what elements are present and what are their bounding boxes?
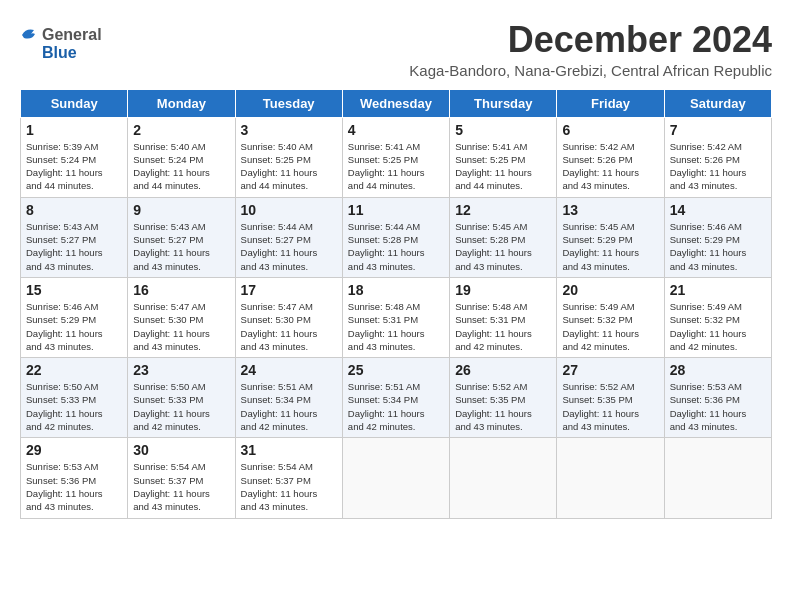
day-info: Sunrise: 5:42 AMSunset: 5:26 PMDaylight:… (562, 140, 658, 193)
day-number: 2 (133, 122, 229, 138)
day-info: Sunrise: 5:53 AMSunset: 5:36 PMDaylight:… (26, 460, 122, 513)
day-info: Sunrise: 5:49 AMSunset: 5:32 PMDaylight:… (562, 300, 658, 353)
day-number: 12 (455, 202, 551, 218)
header-sunday: Sunday (21, 89, 128, 117)
day-number: 7 (670, 122, 766, 138)
day-info: Sunrise: 5:48 AMSunset: 5:31 PMDaylight:… (348, 300, 444, 353)
day-number: 24 (241, 362, 337, 378)
day-number: 1 (26, 122, 122, 138)
day-number: 17 (241, 282, 337, 298)
day-info: Sunrise: 5:52 AMSunset: 5:35 PMDaylight:… (455, 380, 551, 433)
table-row: 12Sunrise: 5:45 AMSunset: 5:28 PMDayligh… (450, 197, 557, 277)
day-number: 30 (133, 442, 229, 458)
table-row: 28Sunrise: 5:53 AMSunset: 5:36 PMDayligh… (664, 358, 771, 438)
table-row: 21Sunrise: 5:49 AMSunset: 5:32 PMDayligh… (664, 277, 771, 357)
table-row: 31Sunrise: 5:54 AMSunset: 5:37 PMDayligh… (235, 438, 342, 518)
subtitle: Kaga-Bandoro, Nana-Grebizi, Central Afri… (409, 62, 772, 79)
day-number: 13 (562, 202, 658, 218)
calendar-week-row: 29Sunrise: 5:53 AMSunset: 5:36 PMDayligh… (21, 438, 772, 518)
day-info: Sunrise: 5:51 AMSunset: 5:34 PMDaylight:… (241, 380, 337, 433)
day-info: Sunrise: 5:51 AMSunset: 5:34 PMDaylight:… (348, 380, 444, 433)
table-row: 17Sunrise: 5:47 AMSunset: 5:30 PMDayligh… (235, 277, 342, 357)
month-title: December 2024 (409, 20, 772, 60)
day-number: 31 (241, 442, 337, 458)
svg-text:Blue: Blue (42, 44, 77, 61)
table-row: 3Sunrise: 5:40 AMSunset: 5:25 PMDaylight… (235, 117, 342, 197)
day-number: 10 (241, 202, 337, 218)
table-row (557, 438, 664, 518)
table-row: 15Sunrise: 5:46 AMSunset: 5:29 PMDayligh… (21, 277, 128, 357)
day-info: Sunrise: 5:50 AMSunset: 5:33 PMDaylight:… (133, 380, 229, 433)
header-friday: Friday (557, 89, 664, 117)
table-row: 20Sunrise: 5:49 AMSunset: 5:32 PMDayligh… (557, 277, 664, 357)
day-info: Sunrise: 5:40 AMSunset: 5:24 PMDaylight:… (133, 140, 229, 193)
day-number: 5 (455, 122, 551, 138)
day-number: 8 (26, 202, 122, 218)
day-number: 23 (133, 362, 229, 378)
table-row: 7Sunrise: 5:42 AMSunset: 5:26 PMDaylight… (664, 117, 771, 197)
day-number: 22 (26, 362, 122, 378)
table-row: 9Sunrise: 5:43 AMSunset: 5:27 PMDaylight… (128, 197, 235, 277)
day-number: 19 (455, 282, 551, 298)
day-info: Sunrise: 5:54 AMSunset: 5:37 PMDaylight:… (133, 460, 229, 513)
day-info: Sunrise: 5:45 AMSunset: 5:28 PMDaylight:… (455, 220, 551, 273)
table-row: 10Sunrise: 5:44 AMSunset: 5:27 PMDayligh… (235, 197, 342, 277)
day-number: 15 (26, 282, 122, 298)
day-number: 11 (348, 202, 444, 218)
title-block: December 2024 Kaga-Bandoro, Nana-Grebizi… (409, 20, 772, 79)
calendar-table: Sunday Monday Tuesday Wednesday Thursday… (20, 89, 772, 519)
table-row: 6Sunrise: 5:42 AMSunset: 5:26 PMDaylight… (557, 117, 664, 197)
day-number: 6 (562, 122, 658, 138)
day-info: Sunrise: 5:39 AMSunset: 5:24 PMDaylight:… (26, 140, 122, 193)
day-info: Sunrise: 5:40 AMSunset: 5:25 PMDaylight:… (241, 140, 337, 193)
page-header: GeneralBlue December 2024 Kaga-Bandoro, … (20, 20, 772, 79)
day-number: 14 (670, 202, 766, 218)
day-info: Sunrise: 5:43 AMSunset: 5:27 PMDaylight:… (26, 220, 122, 273)
table-row: 16Sunrise: 5:47 AMSunset: 5:30 PMDayligh… (128, 277, 235, 357)
day-number: 29 (26, 442, 122, 458)
day-info: Sunrise: 5:52 AMSunset: 5:35 PMDaylight:… (562, 380, 658, 433)
day-info: Sunrise: 5:42 AMSunset: 5:26 PMDaylight:… (670, 140, 766, 193)
day-info: Sunrise: 5:44 AMSunset: 5:27 PMDaylight:… (241, 220, 337, 273)
svg-text:General: General (42, 26, 102, 43)
table-row: 19Sunrise: 5:48 AMSunset: 5:31 PMDayligh… (450, 277, 557, 357)
header-monday: Monday (128, 89, 235, 117)
day-number: 18 (348, 282, 444, 298)
day-number: 16 (133, 282, 229, 298)
table-row: 8Sunrise: 5:43 AMSunset: 5:27 PMDaylight… (21, 197, 128, 277)
table-row: 1Sunrise: 5:39 AMSunset: 5:24 PMDaylight… (21, 117, 128, 197)
header-saturday: Saturday (664, 89, 771, 117)
day-number: 25 (348, 362, 444, 378)
day-number: 27 (562, 362, 658, 378)
day-number: 4 (348, 122, 444, 138)
day-info: Sunrise: 5:48 AMSunset: 5:31 PMDaylight:… (455, 300, 551, 353)
table-row: 5Sunrise: 5:41 AMSunset: 5:25 PMDaylight… (450, 117, 557, 197)
day-info: Sunrise: 5:49 AMSunset: 5:32 PMDaylight:… (670, 300, 766, 353)
table-row: 24Sunrise: 5:51 AMSunset: 5:34 PMDayligh… (235, 358, 342, 438)
day-info: Sunrise: 5:44 AMSunset: 5:28 PMDaylight:… (348, 220, 444, 273)
calendar-week-row: 15Sunrise: 5:46 AMSunset: 5:29 PMDayligh… (21, 277, 772, 357)
table-row: 22Sunrise: 5:50 AMSunset: 5:33 PMDayligh… (21, 358, 128, 438)
table-row (342, 438, 449, 518)
day-info: Sunrise: 5:41 AMSunset: 5:25 PMDaylight:… (455, 140, 551, 193)
table-row: 26Sunrise: 5:52 AMSunset: 5:35 PMDayligh… (450, 358, 557, 438)
calendar-week-row: 22Sunrise: 5:50 AMSunset: 5:33 PMDayligh… (21, 358, 772, 438)
table-row (450, 438, 557, 518)
table-row (664, 438, 771, 518)
table-row: 4Sunrise: 5:41 AMSunset: 5:25 PMDaylight… (342, 117, 449, 197)
logo: GeneralBlue (20, 20, 110, 65)
day-number: 28 (670, 362, 766, 378)
day-info: Sunrise: 5:46 AMSunset: 5:29 PMDaylight:… (670, 220, 766, 273)
table-row: 25Sunrise: 5:51 AMSunset: 5:34 PMDayligh… (342, 358, 449, 438)
day-info: Sunrise: 5:41 AMSunset: 5:25 PMDaylight:… (348, 140, 444, 193)
day-info: Sunrise: 5:50 AMSunset: 5:33 PMDaylight:… (26, 380, 122, 433)
table-row: 29Sunrise: 5:53 AMSunset: 5:36 PMDayligh… (21, 438, 128, 518)
day-info: Sunrise: 5:43 AMSunset: 5:27 PMDaylight:… (133, 220, 229, 273)
day-info: Sunrise: 5:45 AMSunset: 5:29 PMDaylight:… (562, 220, 658, 273)
day-number: 20 (562, 282, 658, 298)
calendar-header-row: Sunday Monday Tuesday Wednesday Thursday… (21, 89, 772, 117)
calendar-week-row: 1Sunrise: 5:39 AMSunset: 5:24 PMDaylight… (21, 117, 772, 197)
day-info: Sunrise: 5:47 AMSunset: 5:30 PMDaylight:… (133, 300, 229, 353)
table-row: 18Sunrise: 5:48 AMSunset: 5:31 PMDayligh… (342, 277, 449, 357)
day-info: Sunrise: 5:54 AMSunset: 5:37 PMDaylight:… (241, 460, 337, 513)
